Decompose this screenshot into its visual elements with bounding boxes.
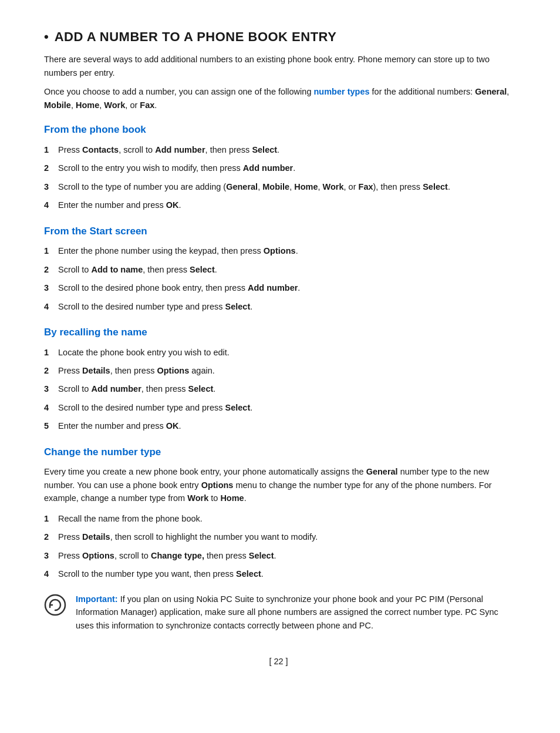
intro-paragraph-2: Once you choose to add a number, you can… bbox=[44, 85, 513, 112]
step-num: 3 bbox=[44, 549, 52, 562]
step-num: 4 bbox=[44, 567, 52, 580]
important-body: If you plan on using Nokia PC Suite to s… bbox=[76, 594, 498, 630]
step-text: Scroll to the desired number type and pr… bbox=[58, 401, 252, 414]
step-recall-3: 3 Scroll to Add number, then press Selec… bbox=[44, 382, 513, 395]
svg-point-0 bbox=[45, 595, 65, 615]
step-recall-4: 4 Scroll to the desired number type and … bbox=[44, 401, 513, 414]
step-num: 5 bbox=[44, 419, 52, 432]
steps-list-change-type: 1 Recall the name from the phone book. 2… bbox=[44, 512, 513, 581]
step-recall-1: 1 Locate the phone book entry you wish t… bbox=[44, 346, 513, 359]
step-num: 1 bbox=[44, 512, 52, 525]
step-text: Press Details, then press Options again. bbox=[58, 364, 215, 377]
step-num: 3 bbox=[44, 382, 52, 395]
step-num: 4 bbox=[44, 199, 52, 211]
step-num: 4 bbox=[44, 300, 52, 313]
step-start-3: 3 Scroll to the desired phone book entry… bbox=[44, 281, 513, 294]
intro-p2-start: Once you choose to add a number, you can… bbox=[44, 87, 313, 96]
step-change-1: 1 Recall the name from the phone book. bbox=[44, 512, 513, 525]
step-num: 1 bbox=[44, 143, 52, 156]
steps-list-phone-book: 1 Press Contacts, scroll to Add number, … bbox=[44, 143, 513, 212]
main-title: ADD A NUMBER TO A PHONE BOOK ENTRY bbox=[55, 29, 337, 45]
section-heading-change-type: Change the number type bbox=[44, 445, 513, 460]
intro-paragraph-1: There are several ways to add additional… bbox=[44, 53, 513, 79]
step-phone-book-4: 4 Enter the number and press OK. bbox=[44, 199, 513, 211]
important-text: Important: If you plan on using Nokia PC… bbox=[76, 593, 513, 632]
change-number-intro: Every time you create a new phone book e… bbox=[44, 465, 513, 505]
step-text: Scroll to the desired number type and pr… bbox=[58, 300, 252, 313]
step-num: 2 bbox=[44, 364, 52, 377]
section-from-start-screen: From the Start screen 1 Enter the phone … bbox=[44, 224, 513, 313]
step-phone-book-1: 1 Press Contacts, scroll to Add number, … bbox=[44, 143, 513, 156]
section-heading-from-phone-book: From the phone book bbox=[44, 122, 513, 137]
steps-list-recalling: 1 Locate the phone book entry you wish t… bbox=[44, 346, 513, 433]
step-recall-2: 2 Press Details, then press Options agai… bbox=[44, 364, 513, 377]
section-by-recalling: By recalling the name 1 Locate the phone… bbox=[44, 325, 513, 433]
important-icon bbox=[44, 594, 66, 616]
page-number: [ 22 ] bbox=[269, 657, 288, 666]
step-text: Scroll to Add to name, then press Select… bbox=[58, 263, 217, 276]
step-start-1: 1 Enter the phone number using the keypa… bbox=[44, 244, 513, 257]
step-start-4: 4 Scroll to the desired number type and … bbox=[44, 300, 513, 313]
step-text: Scroll to the type of number you are add… bbox=[58, 180, 450, 193]
step-text: Scroll to the entry you wish to modify, … bbox=[58, 162, 295, 174]
number-types-link: number types bbox=[313, 87, 369, 96]
step-text: Enter the number and press OK. bbox=[58, 419, 181, 432]
step-text: Scroll to Add number, then press Select. bbox=[58, 382, 215, 395]
step-num: 2 bbox=[44, 263, 52, 276]
step-recall-5: 5 Enter the number and press OK. bbox=[44, 419, 513, 432]
step-change-2: 2 Press Details, then scroll to highligh… bbox=[44, 530, 513, 543]
step-change-3: 3 Press Options, scroll to Change type, … bbox=[44, 549, 513, 562]
section-change-number-type: Change the number type Every time you cr… bbox=[44, 445, 513, 632]
section-heading-start-screen: From the Start screen bbox=[44, 224, 513, 239]
step-phone-book-2: 2 Scroll to the entry you wish to modify… bbox=[44, 162, 513, 174]
intro-p2-end: for the additional numbers: bbox=[370, 87, 475, 96]
step-text: Enter the phone number using the keypad,… bbox=[58, 244, 298, 257]
step-text: Scroll to the desired phone book entry, … bbox=[58, 281, 300, 294]
step-text: Scroll to the number type you want, then… bbox=[58, 567, 264, 580]
step-num: 2 bbox=[44, 530, 52, 543]
step-text: Locate the phone book entry you wish to … bbox=[58, 346, 230, 359]
step-num: 3 bbox=[44, 180, 52, 193]
step-start-2: 2 Scroll to Add to name, then press Sele… bbox=[44, 263, 513, 276]
step-num: 1 bbox=[44, 346, 52, 359]
step-text: Press Options, scroll to Change type, th… bbox=[58, 549, 276, 562]
section-heading-recalling: By recalling the name bbox=[44, 325, 513, 340]
step-phone-book-3: 3 Scroll to the type of number you are a… bbox=[44, 180, 513, 193]
step-num: 2 bbox=[44, 162, 52, 174]
step-text: Press Details, then scroll to highlight … bbox=[58, 530, 318, 543]
step-num: 1 bbox=[44, 244, 52, 257]
main-heading-container: • ADD A NUMBER TO A PHONE BOOK ENTRY bbox=[44, 29, 513, 45]
bullet-dot: • bbox=[44, 29, 49, 45]
step-num: 4 bbox=[44, 401, 52, 414]
step-text: Recall the name from the phone book. bbox=[58, 512, 203, 525]
important-notice: Important: If you plan on using Nokia PC… bbox=[44, 593, 513, 632]
steps-list-start-screen: 1 Enter the phone number using the keypa… bbox=[44, 244, 513, 313]
step-text: Enter the number and press OK. bbox=[58, 199, 181, 211]
page-footer: [ 22 ] bbox=[44, 655, 513, 668]
section-from-phone-book: From the phone book 1 Press Contacts, sc… bbox=[44, 122, 513, 211]
page-content: • ADD A NUMBER TO A PHONE BOOK ENTRY The… bbox=[44, 29, 513, 668]
important-label: Important: bbox=[76, 594, 118, 604]
step-change-4: 4 Scroll to the number type you want, th… bbox=[44, 567, 513, 580]
step-num: 3 bbox=[44, 281, 52, 294]
step-text: Press Contacts, scroll to Add number, th… bbox=[58, 143, 279, 156]
